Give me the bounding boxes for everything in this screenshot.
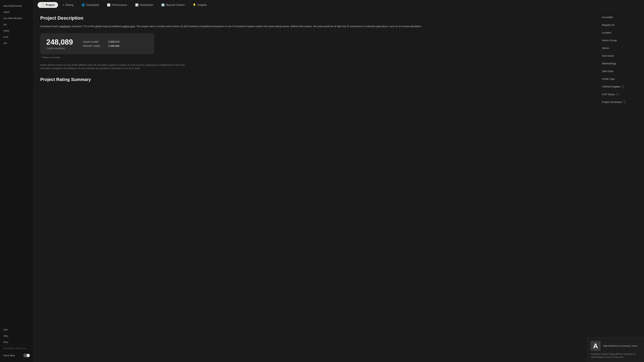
retired-credits-row: Retired* credits 2,389,984 [83, 44, 120, 47]
rating-card: A High likelihood of achieving 1 tonne T… [587, 337, 644, 362]
theme-toggle[interactable] [23, 354, 30, 357]
tab-project[interactable]: 📋 Project [38, 2, 58, 8]
right-panel-project-developer[interactable]: Project Developer i [597, 98, 644, 106]
right-panel-sector[interactable]: Sector [597, 44, 644, 52]
retired-credits-value: 2,389,984 [108, 44, 120, 47]
right-panel-methodology[interactable]: Methodology [597, 60, 644, 67]
performance-tab-icon: 📈 [107, 3, 110, 6]
sidebar-item-generate-retirements[interactable]: rate Retirements [0, 3, 33, 9]
tab-geospatial-label: Geospatial [86, 3, 99, 6]
corsia-info-icon[interactable]: i [622, 85, 624, 88]
tab-beyond-carbon-label: Beyond Carbon [166, 3, 185, 6]
rating-description: The BeZero Carbon Rating (BCR) of volunt… [590, 353, 641, 359]
right-panel-registry-id[interactable]: Registry ID [597, 21, 644, 29]
sidebar-item-privacy[interactable]: olicy [0, 333, 33, 339]
tab-distribution[interactable]: 📊 Distribution [132, 2, 157, 8]
issued-credits-row: Issued credits 2,638,073 [83, 40, 120, 43]
project-rating-summary-title: Project Rating Summary [40, 77, 590, 82]
right-panel-ccp-status[interactable]: CCP Status i [597, 90, 644, 98]
right-panel-corsia-eligible[interactable]: CORSIA Eligible i [597, 83, 644, 90]
rating-header: A High likelihood of achieving 1 tonne [590, 341, 641, 351]
sidebar-item-cookie[interactable]: olicy [0, 339, 33, 345]
content-panel: Project Description Southeast Asia's pea… [34, 10, 597, 362]
distribution-tab-icon: 📊 [135, 3, 138, 6]
sidebar: rate Retirements cards nce Risk Monitor … [0, 0, 34, 362]
sidebar-item-insights[interactable]: nts [0, 21, 33, 27]
tab-project-label: Project [46, 3, 55, 6]
project-developer-label: Project Developer [602, 100, 622, 103]
issued-credits-label: Issued credits [83, 40, 98, 43]
project-developer-info-icon[interactable]: i [623, 101, 626, 103]
disclaimer-text: Neither BeZero Carbon nor any of their a… [40, 63, 191, 70]
tab-bar: 📋 Project ≡ Rating 🌐 Geospatial 📈 Perfor… [34, 0, 644, 10]
sidebar-item-glossary[interactable]: ssary [0, 27, 33, 34]
credits-details-section: Issued credits 2,638,073 Retired* credit… [83, 40, 120, 47]
right-panel-credit-type[interactable]: Credit Type [597, 75, 644, 83]
sidebar-item-account[interactable]: ount [0, 34, 33, 40]
retired-credits-label: Retired* credits [83, 44, 100, 47]
issued-credits-value: 2,638,073 [108, 40, 120, 43]
tab-rating[interactable]: ≡ Rating [59, 2, 77, 8]
tab-distribution-label: Distribution [140, 3, 153, 6]
sidebar-item-terms[interactable]: Use [0, 327, 33, 333]
sidebar-item-resilience-risk[interactable]: nce Risk Monitor [0, 15, 33, 21]
right-panel-sub-sector[interactable]: Sub-sector [597, 52, 644, 60]
right-panel: Accreditor Registry ID Location Sector G… [597, 10, 644, 362]
project-description-title: Project Description [40, 15, 590, 21]
tab-performance-label: Performance [112, 3, 127, 6]
tab-beyond-carbon[interactable]: 🔄 Beyond Carbon [158, 2, 188, 8]
sidebar-item-scorecards[interactable]: cards [0, 9, 33, 15]
theme-row: heme Beta [0, 352, 33, 359]
insights-tab-icon: 💡 [193, 3, 196, 6]
credits-card: 248,089 Credits remaining Issued credits… [40, 33, 154, 54]
main-area: 📋 Project ≡ Rating 🌐 Geospatial 📈 Perfor… [34, 0, 644, 362]
tab-performance[interactable]: 📈 Performance [104, 2, 130, 8]
rating-tab-icon: ≡ [63, 3, 64, 6]
credits-remaining-label: Credits remaining [46, 47, 73, 50]
right-panel-location[interactable]: Location [597, 29, 644, 36]
rating-tagline: High likelihood of achieving 1 tonne [603, 344, 641, 348]
right-panel-start-date[interactable]: Start Date [597, 67, 644, 75]
tab-geospatial[interactable]: 🌐 Geospatial [78, 2, 102, 8]
copyright: 2024 BeZero Carbon Ltd [0, 345, 33, 352]
project-description-body: Southeast Asia's peatlands represent 77%… [40, 24, 590, 28]
geospatial-tab-icon: 🌐 [82, 3, 85, 6]
content-area: Project Description Southeast Asia's pea… [34, 10, 644, 362]
ccp-status-label: CCP Status [602, 93, 615, 96]
tab-insights-label: Insights [198, 3, 206, 6]
right-panel-sector-group[interactable]: Sector Group [597, 36, 644, 44]
credits-remaining-section: 248,089 Credits remaining [46, 38, 73, 50]
sidebar-item-logout[interactable]: out [0, 40, 33, 46]
credits-footnote: * Retired or cancelled [40, 56, 590, 59]
right-panel-accreditor[interactable]: Accreditor [597, 13, 644, 21]
theme-label: heme Beta [3, 354, 15, 357]
ccp-status-info-icon[interactable]: i [616, 93, 619, 96]
credits-remaining-number: 248,089 [46, 38, 73, 46]
corsia-eligible-label: CORSIA Eligible [602, 85, 620, 88]
tab-insights[interactable]: 💡 Insights [189, 2, 210, 8]
beyond-carbon-tab-icon: 🔄 [161, 3, 165, 6]
project-tab-icon: 📋 [41, 3, 44, 6]
tab-rating-label: Rating [66, 3, 74, 6]
rating-letter: A [590, 341, 600, 351]
